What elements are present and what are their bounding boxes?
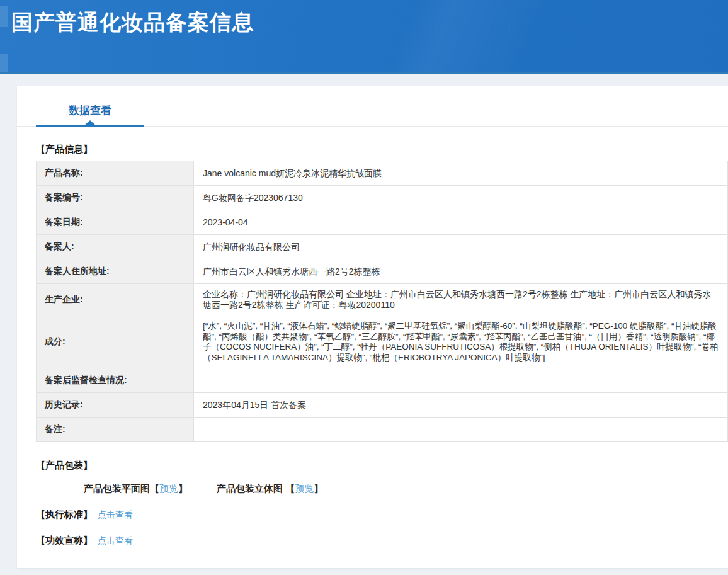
section-heading-execution-standard: 【执行标准】 bbox=[36, 509, 93, 520]
packaging-links-row: 产品包装平面图【预览】产品包装立体图 【预览】 bbox=[84, 483, 728, 495]
row-label: 生产企业: bbox=[37, 284, 194, 316]
main-content: 【产品信息】 产品名称: Jane volcanic mud妍泥冷泉冰泥精华抗皱… bbox=[17, 144, 728, 547]
section-heading-product-packaging: 【产品包装】 bbox=[36, 460, 728, 472]
row-value: 粤G妆网备字2023067130 bbox=[194, 186, 728, 210]
row-value: 2023-04-04 bbox=[194, 210, 728, 235]
active-tab-pointer-icon bbox=[84, 120, 96, 125]
row-value: 2023年04月15日 首次备案 bbox=[194, 393, 728, 418]
bracket-close: 】 bbox=[178, 483, 188, 494]
section-heading-efficacy-claim: 【功效宣称】 bbox=[36, 535, 93, 545]
footer-copyright: 本站由国家药品监督管理局主办 版权所有 Copyright © NMPA All… bbox=[0, 568, 728, 575]
row-label: 备案后监督检查情况: bbox=[37, 368, 194, 393]
bracket-open: 【 bbox=[150, 483, 159, 494]
table-row: 历史记录: 2023年04月15日 首次备案 bbox=[37, 393, 728, 418]
execution-standard-row: 【执行标准】点击查看 bbox=[36, 509, 728, 521]
table-row: 成分: [“水”, “火山泥”, “甘油”, “液体石蜡”, “鲸蜡硬脂醇”, … bbox=[37, 316, 728, 368]
table-row: 备案日期: 2023-04-04 bbox=[37, 210, 728, 235]
banner-decoration bbox=[0, 6, 8, 27]
row-label: 备案人: bbox=[37, 235, 194, 259]
row-label: 备案日期: bbox=[37, 210, 194, 235]
table-row: 产品名称: Jane volcanic mud妍泥冷泉冰泥精华抗皱面膜 bbox=[37, 161, 728, 186]
product-info-table: 产品名称: Jane volcanic mud妍泥冷泉冰泥精华抗皱面膜 备案编号… bbox=[36, 161, 728, 442]
banner-decoration bbox=[0, 54, 8, 72]
page-header-banner: 国产普通化妆品备案信息 bbox=[0, 0, 728, 74]
row-value: Jane volcanic mud妍泥冷泉冰泥精华抗皱面膜 bbox=[194, 161, 728, 186]
row-label: 产品名称: bbox=[37, 161, 194, 186]
stereo-image-label: 产品包装立体图 bbox=[217, 483, 283, 494]
row-value: 广州市白云区人和镇秀水塘西一路2号2栋整栋 bbox=[194, 259, 728, 284]
row-label: 备案人住所地址: bbox=[37, 259, 194, 284]
row-label: 备注: bbox=[37, 418, 194, 442]
row-label: 历史记录: bbox=[37, 393, 194, 418]
page-title: 国产普通化妆品备案信息 bbox=[0, 0, 728, 37]
content-panel: 数据查看 【产品信息】 产品名称: Jane volcanic mud妍泥冷泉冰… bbox=[17, 86, 728, 568]
row-value: 广州润研化妆品有限公司 bbox=[194, 235, 728, 259]
table-row: 备案人: 广州润研化妆品有限公司 bbox=[37, 235, 728, 259]
row-label: 备案编号: bbox=[37, 186, 194, 210]
execution-standard-link[interactable]: 点击查看 bbox=[98, 510, 133, 520]
row-value bbox=[194, 368, 728, 393]
bracket-close: 】 bbox=[314, 483, 323, 494]
table-row: 备案后监督检查情况: bbox=[37, 368, 728, 393]
section-heading-product-info: 【产品信息】 bbox=[36, 144, 728, 156]
bracket-open: 【 bbox=[285, 483, 295, 494]
table-row: 备案编号: 粤G妆网备字2023067130 bbox=[37, 186, 728, 210]
stereo-image-preview-link[interactable]: 预览 bbox=[295, 483, 314, 494]
table-row: 备案人住所地址: 广州市白云区人和镇秀水塘西一路2号2栋整栋 bbox=[37, 259, 728, 284]
tab-strip: 数据查看 bbox=[17, 86, 728, 127]
table-row: 备注: bbox=[37, 418, 728, 442]
table-row: 生产企业: 企业名称：广州润研化妆品有限公司 企业地址：广州市白云区人和镇秀水塘… bbox=[37, 284, 728, 316]
row-value bbox=[194, 418, 728, 442]
efficacy-claim-row: 【功效宣称】点击查看 bbox=[36, 535, 728, 547]
row-value: 企业名称：广州润研化妆品有限公司 企业地址：广州市白云区人和镇秀水塘西一路2号2… bbox=[194, 284, 728, 316]
flat-image-preview-link[interactable]: 预览 bbox=[159, 483, 178, 494]
efficacy-claim-link[interactable]: 点击查看 bbox=[98, 535, 133, 545]
row-label: 成分: bbox=[37, 316, 194, 368]
row-value: [“水”, “火山泥”, “甘油”, “液体石蜡”, “鲸蜡硬脂醇”, “聚二甲… bbox=[194, 316, 728, 368]
page: 国产普通化妆品备案信息 数据查看 【产品信息】 产品名称: Jane volca… bbox=[0, 0, 728, 575]
active-tab-underline bbox=[36, 125, 144, 127]
flat-image-label: 产品包装平面图 bbox=[84, 483, 150, 494]
